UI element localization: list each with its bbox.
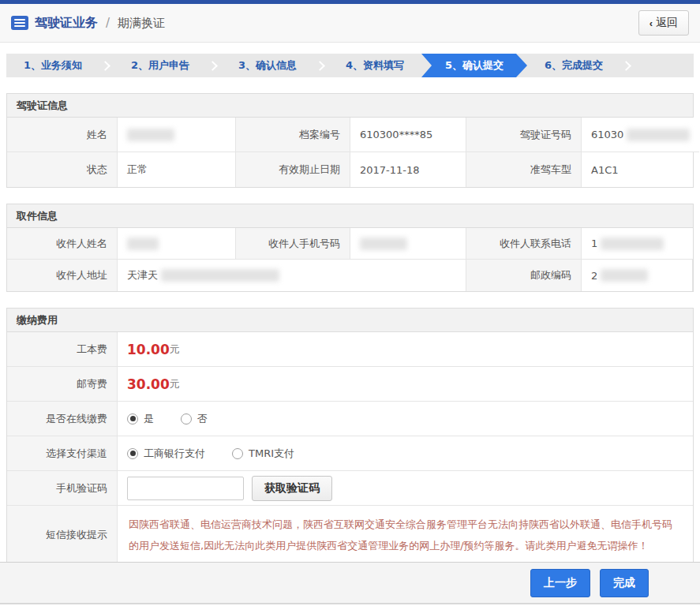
zip-code-value: 2 [582,260,693,291]
pay-channel-icbc-option[interactable]: 工商银行支付 [127,447,205,461]
redacted-blur [360,238,407,250]
radio-unchecked-icon[interactable] [181,413,192,425]
step-3-label: 3、确认信息 [238,58,297,73]
sms-notice-text: 因陕西省联通、电信运营商技术问题，陕西省互联网交通安全综合服务管理平台无法向持陕… [129,514,682,557]
recipient-name-value [118,228,236,260]
step-1-business-notice[interactable]: 1、业务须知 [6,54,99,77]
payment-fees-section: 缴纳费用 工本费 10.00元 邮寄费 30.00元 是否在线缴费 是 否 选择… [6,308,694,566]
fees-section-title: 缴纳费用 [7,309,693,332]
vehicle-class-value: A1C1 [582,152,693,187]
recipient-phone-label: 收件人联系电话 [466,228,582,260]
recipient-address-label: 收件人地址 [7,260,118,291]
pay-channel-tmri-label: TMRI支付 [249,447,294,461]
sms-code-input[interactable] [127,477,244,500]
production-fee-label: 工本费 [7,332,118,367]
license-number-value: 61030 [582,118,699,152]
recipient-name-label: 收件人姓名 [7,228,118,260]
step-6-finish-submit[interactable]: 6、完成提交 [527,54,620,77]
license-info-section: 驾驶证信息 姓名 档案编号 610300****85 驾驶证号码 61030 状… [6,93,694,188]
sms-notice-cell: 因陕西省联通、电信运营商技术问题，陕西省互联网交通安全综合服务管理平台无法向持陕… [118,506,693,565]
chevron-left-icon: ‹ [649,17,653,29]
online-pay-yes-option[interactable]: 是 [127,412,154,426]
file-number-value: 610300****85 [350,118,466,152]
step-separator-icon [99,54,114,77]
redacted-blur [161,269,279,282]
step-2-label: 2、用户申告 [131,58,189,73]
mail-fee-value: 30.00元 [118,367,693,402]
zip-code-prefix: 2 [591,270,597,282]
step-6-label: 6、完成提交 [545,58,603,73]
fee-unit: 元 [170,342,180,357]
previous-step-button[interactable]: 上一步 [530,569,590,597]
step-bar-tail [634,54,694,77]
recipient-phone-value: 1 [582,228,693,260]
radio-checked-icon[interactable] [127,413,138,425]
step-2-user-declaration[interactable]: 2、用户申告 [114,54,207,77]
license-section-title: 驾驶证信息 [7,94,693,118]
page-title: 驾驶证业务 [35,15,98,32]
document-list-icon [11,16,28,30]
mail-fee-label: 邮寄费 [7,367,118,402]
recipient-mobile-value [350,228,466,260]
radio-checked-icon[interactable] [127,448,138,459]
sms-code-row: 获取验证码 [118,471,693,506]
redacted-blur [627,129,690,141]
pickup-section-title: 取件信息 [7,204,693,228]
redacted-blur [127,238,159,250]
back-button-label: 返回 [656,16,678,30]
name-value [118,118,236,152]
license-number-label: 驾驶证号码 [466,118,582,152]
redacted-blur [601,238,664,250]
step-progress-bar: 1、业务须知 2、用户申告 3、确认信息 4、资料填写 5、确认提交 6、完成提… [6,54,694,77]
get-sms-code-button[interactable]: 获取验证码 [252,476,332,501]
online-pay-label: 是否在线缴费 [7,402,118,436]
recipient-mobile-label: 收件人手机号码 [236,228,350,260]
breadcrumb: 驾驶证业务 / 期满换证 [11,15,638,32]
mail-fee-amount: 30.00 [127,376,170,392]
online-pay-yes-label: 是 [144,412,154,426]
sms-notice-label: 短信接收提示 [7,506,118,565]
footer-action-bar: 上一步 完成 [0,562,700,604]
redacted-blur [601,269,648,282]
pickup-info-section: 取件信息 收件人姓名 收件人手机号码 收件人联系电话 1 收件人地址 天津天 邮… [6,204,694,292]
online-pay-options: 是 否 [118,402,693,436]
step-5-label: 5、确认提交 [445,58,503,73]
status-value: 正常 [118,152,236,187]
step-4-label: 4、资料填写 [346,58,404,73]
expiry-label: 有效期止日期 [236,152,350,187]
status-label: 状态 [7,152,118,187]
vehicle-class-label: 准驾车型 [466,152,582,187]
step-1-label: 1、业务须知 [24,58,82,73]
file-number-label: 档案编号 [236,118,350,152]
breadcrumb-divider: / [106,16,110,30]
back-button[interactable]: ‹ 返回 [638,10,689,36]
production-fee-value: 10.00元 [118,332,693,367]
pay-channel-icbc-label: 工商银行支付 [144,447,205,461]
production-fee-amount: 10.00 [127,342,170,357]
name-label: 姓名 [7,118,118,152]
license-number-prefix: 61030 [591,129,623,140]
step-separator-icon [207,54,221,77]
page-subtitle: 期满换证 [118,16,165,31]
recipient-phone-prefix: 1 [591,238,597,249]
recipient-address-value: 天津天 [118,260,466,291]
step-5-confirm-submit-active[interactable]: 5、确认提交 [421,54,527,77]
expiry-value: 2017-11-18 [350,152,466,187]
zip-code-label: 邮政编码 [466,260,582,291]
pay-channel-options: 工商银行支付 TMRI支付 [118,436,693,471]
fee-unit: 元 [170,377,180,391]
pay-channel-tmri-option[interactable]: TMRI支付 [232,447,294,461]
step-separator-icon [620,54,634,77]
step-separator-icon [314,54,328,77]
page-header: 驾驶证业务 / 期满换证 ‹ 返回 [0,4,700,43]
step-3-confirm-info[interactable]: 3、确认信息 [221,54,314,77]
sms-code-label: 手机验证码 [7,471,118,506]
step-4-fill-material[interactable]: 4、资料填写 [328,54,421,77]
radio-unchecked-icon[interactable] [232,448,243,459]
recipient-address-prefix: 天津天 [127,268,158,282]
online-pay-no-option[interactable]: 否 [181,412,208,426]
redacted-blur [127,129,174,141]
online-pay-no-label: 否 [197,412,208,426]
finish-button[interactable]: 完成 [600,569,649,597]
pay-channel-label: 选择支付渠道 [7,436,118,471]
